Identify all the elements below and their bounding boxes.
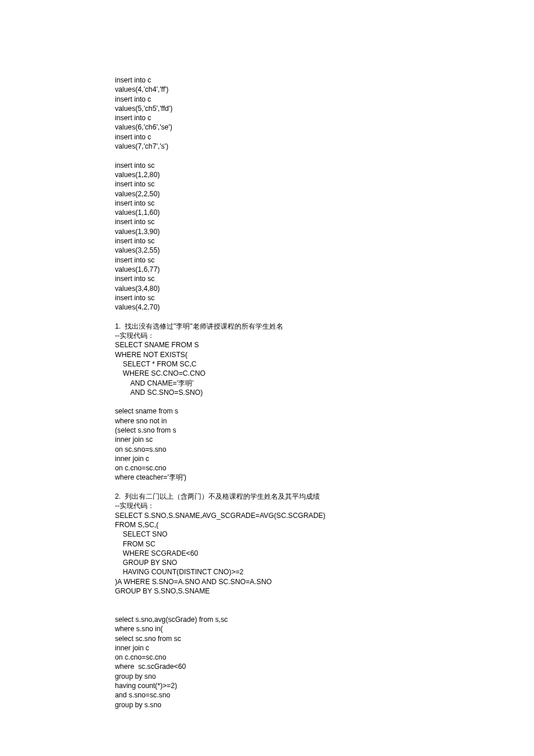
code-line: inner join c xyxy=(115,643,534,653)
code-line: WHERE NOT EXISTS( xyxy=(115,350,534,359)
code-line: values(1,1,60) xyxy=(115,208,534,217)
code-line: where s.sno in( xyxy=(115,624,534,633)
blank-line xyxy=(115,312,534,321)
code-line: GROUP BY SNO xyxy=(115,558,534,567)
code-line: values(4,2,70) xyxy=(115,303,534,312)
code-line: on c.cno=sc.cno xyxy=(115,653,534,662)
code-line: on sc.sno=s.sno xyxy=(115,445,534,454)
code-line: where sno not in xyxy=(115,416,534,426)
code-line: insert into sc xyxy=(115,274,534,283)
code-line: insert into c xyxy=(115,113,534,123)
blank-line xyxy=(115,151,534,160)
code-line: on c.cno=sc.cno xyxy=(115,463,534,473)
code-line: values(7,'ch7','s') xyxy=(115,142,534,151)
code-line: values(1,6,77) xyxy=(115,265,534,274)
code-line: insert into sc xyxy=(115,179,534,189)
code-line: where cteacher='李明') xyxy=(115,473,534,482)
code-line: AND CNAME='李明' xyxy=(115,379,534,388)
code-line: --实现代码： xyxy=(115,331,534,340)
code-line: where sc.scGrade<60 xyxy=(115,662,534,671)
document-page: insert into cvalues(4,'ch4','ff')insert … xyxy=(0,0,534,756)
code-line: group by sno xyxy=(115,672,534,681)
blank-line xyxy=(115,397,534,406)
code-line: values(4,'ch4','ff') xyxy=(115,85,534,94)
code-line: insert into c xyxy=(115,132,534,142)
code-line: values(1,3,90) xyxy=(115,227,534,236)
code-line: insert into c xyxy=(115,95,534,104)
code-line: HAVING COUNT(DISTINCT CNO)>=2 xyxy=(115,567,534,577)
code-line: select sname from s xyxy=(115,406,534,416)
code-line: values(3,2,55) xyxy=(115,246,534,255)
code-line: FROM SC xyxy=(115,539,534,549)
code-line: FROM S,SC,( xyxy=(115,520,534,530)
code-line: inner join sc xyxy=(115,435,534,444)
code-line: SELECT SNO xyxy=(115,530,534,539)
code-line: insert into sc xyxy=(115,255,534,265)
code-line: select s.sno,avg(scGrade) from s,sc xyxy=(115,615,534,624)
code-line: insert into sc xyxy=(115,217,534,226)
code-line: (select s.sno from s xyxy=(115,426,534,435)
code-line: insert into sc xyxy=(115,293,534,303)
code-line: values(5,'ch5','ffd') xyxy=(115,104,534,113)
code-line: insert into sc xyxy=(115,236,534,246)
code-line: 2. 列出有二门以上（含两门）不及格课程的学生姓名及其平均成绩 xyxy=(115,492,534,501)
code-line: values(6,'ch6','se') xyxy=(115,123,534,132)
code-line: GROUP BY S.SNO,S.SNAME xyxy=(115,586,534,596)
code-line: inner join c xyxy=(115,454,534,463)
code-line: --实现代码： xyxy=(115,501,534,510)
code-line: group by s.sno xyxy=(115,700,534,710)
code-line: having count(*)>=2) xyxy=(115,681,534,690)
code-line: WHERE SC.CNO=C.CNO xyxy=(115,369,534,378)
code-line: insert into sc xyxy=(115,161,534,170)
code-line: SELECT * FROM SC,C xyxy=(115,359,534,369)
code-line: AND SC.SNO=S.SNO) xyxy=(115,388,534,397)
blank-line xyxy=(115,483,534,492)
code-line: 1. 找出没有选修过"李明"老师讲授课程的所有学生姓名 xyxy=(115,322,534,331)
code-line: SELECT S.SNO,S.SNAME,AVG_SCGRADE=AVG(SC.… xyxy=(115,511,534,520)
code-line: )A WHERE S.SNO=A.SNO AND SC.SNO=A.SNO xyxy=(115,577,534,586)
code-line: insert into c xyxy=(115,75,534,85)
code-line: SELECT SNAME FROM S xyxy=(115,340,534,350)
code-line: insert into sc xyxy=(115,199,534,208)
code-line: and s.sno=sc.sno xyxy=(115,690,534,700)
code-line: WHERE SCGRADE<60 xyxy=(115,549,534,558)
code-line: values(3,4,80) xyxy=(115,284,534,293)
blank-line xyxy=(115,596,534,615)
code-line: values(2,2,50) xyxy=(115,189,534,199)
code-line: values(1,2,80) xyxy=(115,170,534,179)
code-line: select sc.sno from sc xyxy=(115,634,534,643)
